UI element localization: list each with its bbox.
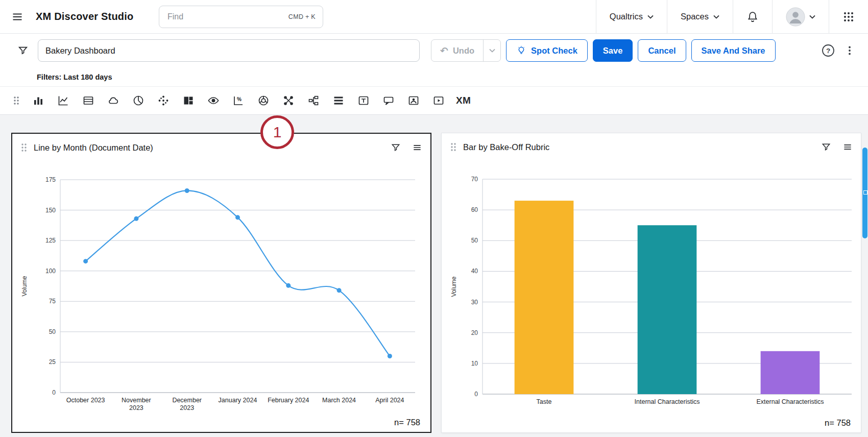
widget-header: Bar by Bake-Off Rubric bbox=[442, 133, 861, 161]
notifications-button[interactable] bbox=[733, 0, 772, 33]
widget-title: Line by Month (Document Date) bbox=[34, 143, 379, 153]
spot-check-label: Spot Check bbox=[531, 46, 577, 56]
svg-text:?: ? bbox=[826, 47, 830, 55]
svg-text:20: 20 bbox=[471, 329, 478, 336]
sample-size-label: n= 758 bbox=[825, 418, 851, 428]
sample-size-label: n= 758 bbox=[394, 418, 420, 427]
text-box-icon[interactable] bbox=[351, 90, 376, 111]
svg-text:50: 50 bbox=[49, 328, 56, 335]
save-and-share-label: Save And Share bbox=[702, 46, 765, 56]
search-shortcut-hint: CMD + K bbox=[288, 13, 316, 20]
annotation-number: 1 bbox=[273, 124, 282, 141]
svg-text:0: 0 bbox=[474, 391, 478, 398]
chevron-down-icon bbox=[713, 15, 719, 19]
filters-summary-text: Filters: Last 180 days bbox=[37, 73, 112, 81]
donut-chart-icon[interactable] bbox=[251, 90, 276, 111]
line-chart-icon[interactable] bbox=[51, 90, 76, 111]
svg-text:0: 0 bbox=[52, 389, 56, 396]
app-switcher-button[interactable] bbox=[829, 0, 868, 33]
dashboard-canvas: Line by Month (Document Date) 0255075100… bbox=[0, 115, 868, 437]
xm-widget-icon[interactable]: XM bbox=[451, 90, 476, 111]
scatter-plot-icon[interactable] bbox=[151, 90, 176, 111]
widget-line-by-month: Line by Month (Document Date) 0255075100… bbox=[11, 133, 431, 433]
svg-text:150: 150 bbox=[45, 207, 56, 214]
spot-check-button[interactable]: Spot Check bbox=[506, 39, 588, 62]
svg-text:175: 175 bbox=[45, 176, 56, 183]
table-icon[interactable] bbox=[76, 90, 101, 111]
widget-filter-icon[interactable] bbox=[391, 142, 401, 153]
svg-text:2023: 2023 bbox=[180, 404, 194, 411]
svg-text:April 2024: April 2024 bbox=[375, 397, 404, 404]
undo-split-button: ↶ Undo bbox=[431, 39, 501, 62]
video-icon[interactable] bbox=[426, 90, 451, 111]
global-search[interactable]: CMD + K bbox=[159, 6, 323, 28]
svg-text:75: 75 bbox=[49, 298, 56, 305]
avatar bbox=[786, 7, 805, 27]
undo-label: Undo bbox=[453, 46, 474, 56]
svg-text:2023: 2023 bbox=[129, 404, 143, 411]
svg-text:External Characteristics: External Characteristics bbox=[757, 398, 824, 405]
widget-drag-handle-icon[interactable] bbox=[450, 142, 457, 152]
help-icon[interactable]: ? bbox=[821, 43, 835, 58]
preview-eye-icon[interactable] bbox=[201, 90, 226, 111]
xm-logo-label: XM bbox=[456, 95, 471, 106]
chevron-down-icon bbox=[809, 15, 815, 19]
qualtrics-menu[interactable]: Qualtrics bbox=[596, 0, 667, 33]
hierarchy-icon[interactable] bbox=[301, 90, 326, 111]
main-menu-icon[interactable] bbox=[11, 11, 23, 23]
widget-menu-icon[interactable] bbox=[842, 142, 853, 152]
spaces-menu[interactable]: Spaces bbox=[667, 0, 733, 33]
undo-history-dropdown[interactable] bbox=[483, 40, 500, 61]
widget-toolbar: % XM bbox=[0, 87, 868, 115]
drag-handle-icon[interactable] bbox=[7, 90, 26, 111]
undo-button[interactable]: ↶ Undo bbox=[431, 40, 483, 61]
top-navigation-bar: XM Discover Studio CMD + K Qualtrics Spa… bbox=[0, 0, 868, 34]
filters-bar: Filters: Last 180 days bbox=[0, 67, 868, 87]
svg-text:October 2023: October 2023 bbox=[66, 397, 105, 404]
svg-text:70: 70 bbox=[471, 176, 478, 183]
word-cloud-icon[interactable] bbox=[101, 90, 126, 111]
dashboard-name-input[interactable] bbox=[38, 39, 420, 62]
summary-bars-icon[interactable] bbox=[326, 90, 351, 111]
svg-text:60: 60 bbox=[471, 206, 478, 213]
apps-grid-icon bbox=[842, 11, 855, 23]
svg-text:December: December bbox=[172, 397, 202, 404]
label-bubble-icon[interactable] bbox=[376, 90, 401, 111]
qualtrics-label: Qualtrics bbox=[610, 12, 643, 21]
path-analysis-icon[interactable] bbox=[276, 90, 301, 111]
filter-icon[interactable] bbox=[17, 45, 29, 56]
widget-header: Line by Month (Document Date) bbox=[12, 134, 430, 161]
annotation-step-1-badge: 1 bbox=[260, 115, 294, 149]
search-input[interactable] bbox=[166, 12, 263, 22]
treemap-icon[interactable] bbox=[176, 90, 201, 111]
image-icon[interactable] bbox=[401, 90, 426, 111]
scrollbar-thumb[interactable] bbox=[862, 148, 867, 238]
widget-drag-handle-icon[interactable] bbox=[20, 142, 28, 153]
lightbulb-icon bbox=[516, 45, 526, 56]
app-title: XM Discover Studio bbox=[36, 11, 133, 22]
bar-chart-plot-area: 010203040506070VolumeTasteInternal Chara… bbox=[448, 162, 855, 415]
widget-filter-icon[interactable] bbox=[821, 142, 831, 152]
more-options-icon[interactable] bbox=[843, 44, 856, 57]
bar-chart-icon[interactable] bbox=[26, 90, 51, 111]
svg-text:November: November bbox=[122, 397, 151, 404]
save-button[interactable]: Save bbox=[593, 39, 633, 62]
svg-text:January 2024: January 2024 bbox=[219, 397, 257, 404]
bell-icon bbox=[746, 11, 759, 23]
line-chart-plot-area: 0255075100125150175VolumeOctober 2023Nov… bbox=[18, 162, 424, 415]
chevron-down-icon bbox=[647, 15, 654, 19]
svg-text:Volume: Volume bbox=[450, 276, 457, 297]
svg-text:25: 25 bbox=[49, 358, 56, 366]
save-and-share-button[interactable]: Save And Share bbox=[691, 39, 776, 62]
cancel-button[interactable]: Cancel bbox=[638, 39, 686, 62]
svg-text:Internal Characteristics: Internal Characteristics bbox=[635, 398, 700, 405]
save-label: Save bbox=[603, 46, 623, 56]
account-menu[interactable] bbox=[772, 0, 829, 33]
widget-menu-icon[interactable] bbox=[412, 142, 422, 153]
metric-percent-icon[interactable]: % bbox=[226, 90, 251, 111]
widget-title: Bar by Bake-Off Rubric bbox=[463, 142, 810, 152]
svg-text:10: 10 bbox=[471, 360, 478, 367]
widget-bar-by-rubric: Bar by Bake-Off Rubric 010203040506070Vo… bbox=[441, 133, 861, 433]
svg-text:February 2024: February 2024 bbox=[268, 397, 309, 404]
pie-chart-icon[interactable] bbox=[126, 90, 151, 111]
